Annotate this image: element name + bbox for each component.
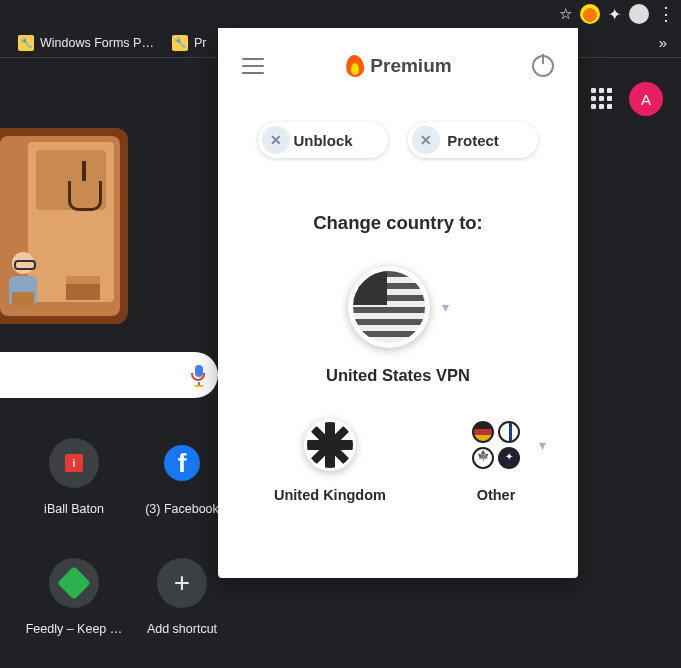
- shortcut-label: Feedly – Keep …: [26, 622, 123, 636]
- shortcut-label: Add shortcut: [147, 622, 217, 636]
- feedly-icon: [57, 566, 91, 600]
- menu-icon[interactable]: [242, 58, 264, 74]
- chrome-menu-icon[interactable]: ⋮: [657, 5, 675, 23]
- pill-label: Protect: [447, 132, 499, 149]
- bookmark-favicon: 🔧: [18, 35, 34, 51]
- shortcut-label: iBall Baton: [44, 502, 104, 516]
- chevron-down-icon: ▾: [539, 437, 546, 453]
- account-avatar[interactable]: A: [629, 82, 663, 116]
- close-icon[interactable]: ✕: [412, 126, 440, 154]
- country-option-other[interactable]: ▾ Other: [470, 419, 522, 503]
- bookmark-item[interactable]: 🔧 Pr: [172, 35, 207, 51]
- bookmark-item[interactable]: 🔧 Windows Forms P…: [18, 35, 154, 51]
- hola-extension-popup: Premium ✕ Unblock ✕ Protect Change count…: [218, 28, 578, 578]
- power-icon[interactable]: [532, 55, 554, 77]
- protect-button[interactable]: ✕ Protect: [408, 122, 538, 158]
- flame-icon: [344, 53, 366, 79]
- google-search-box[interactable]: [0, 352, 218, 398]
- shortcut-tile[interactable]: Feedly – Keep …: [20, 558, 128, 668]
- unblock-button[interactable]: ✕ Unblock: [258, 122, 388, 158]
- chevron-down-icon: ▾: [442, 299, 449, 315]
- country-option-uk[interactable]: United Kingdom: [274, 419, 386, 503]
- bookmark-favicon: 🔧: [172, 35, 188, 51]
- bookmarks-overflow-icon[interactable]: »: [659, 34, 667, 51]
- plus-icon: +: [174, 567, 190, 599]
- country-label: Other: [477, 487, 516, 503]
- brand-text: Premium: [370, 55, 451, 77]
- primary-country-selector[interactable]: ▾: [348, 266, 449, 348]
- primary-country-label: United States VPN: [326, 366, 470, 385]
- pill-label: Unblock: [293, 132, 352, 149]
- ntp-header: A: [591, 82, 663, 116]
- close-icon[interactable]: ✕: [262, 126, 290, 154]
- voice-search-icon[interactable]: [190, 364, 208, 386]
- profile-avatar-icon[interactable]: [629, 4, 649, 24]
- google-apps-icon[interactable]: [591, 88, 613, 110]
- bookmark-label: Pr: [194, 36, 207, 50]
- facebook-icon: f: [164, 445, 200, 481]
- extensions-puzzle-icon[interactable]: ✦: [608, 5, 621, 24]
- chrome-promo-tile: [0, 128, 128, 324]
- bookmark-star-icon[interactable]: ☆: [559, 5, 572, 23]
- other-flags-icon: ▾: [470, 419, 522, 471]
- shortcut-tile[interactable]: i iBall Baton: [20, 438, 128, 548]
- flag-uk-icon: [304, 419, 356, 471]
- brand-logo: Premium: [344, 53, 451, 79]
- country-label: United Kingdom: [274, 487, 386, 503]
- shortcut-label: (3) Facebook: [145, 502, 219, 516]
- change-country-heading: Change country to:: [313, 212, 483, 234]
- browser-toolbar: ☆ ✦ ⋮: [0, 0, 681, 28]
- hola-extension-icon[interactable]: [580, 4, 600, 24]
- iball-icon: i: [65, 454, 83, 472]
- ntp-shortcuts-grid: i iBall Baton f (3) Facebook Feedly – Ke…: [20, 438, 236, 668]
- flag-us-icon: [348, 266, 430, 348]
- bookmark-label: Windows Forms P…: [40, 36, 154, 50]
